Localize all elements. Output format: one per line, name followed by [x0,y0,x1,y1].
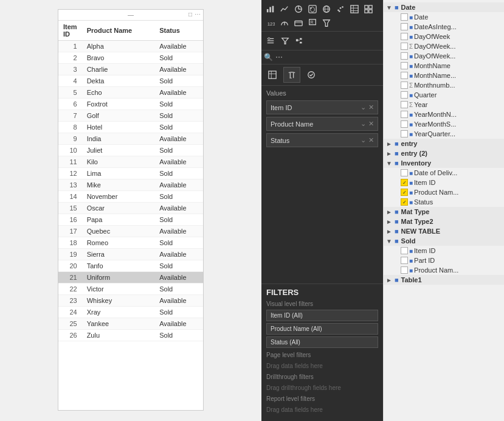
cell-status: Available [154,295,203,307]
checkbox-unchecked[interactable] [401,120,408,128]
tree-item-product-nam...[interactable]: ✓ ■ Product Nam... [384,187,504,197]
dropdown-icon[interactable]: ⌄ [361,103,366,111]
filter2-icon[interactable] [278,34,292,47]
search-icon[interactable]: 🔍 [264,53,273,61]
group-header-table1[interactable]: ► ■ Table1 [384,275,504,285]
tree-item-dayofweek[interactable]: ■ DayOfWeek [384,32,504,41]
remove-field-icon-3[interactable]: ✕ [368,136,374,144]
globe-icon[interactable] [320,2,333,16]
tree-item-part-id[interactable]: ■ Part ID [384,256,504,265]
tree-item-yearmonthn...[interactable]: ■ YearMonthN... [384,110,504,119]
table-icon-tb[interactable] [348,2,361,16]
matrix-icon[interactable] [362,2,375,16]
remove-field-icon-2[interactable]: ✕ [368,120,374,128]
pie-chart-icon[interactable] [292,2,305,16]
group-header-entry[interactable]: ► ■ entry [384,139,504,148]
report-drag-area: Drag data fields here [266,405,378,415]
checkbox-unchecked[interactable] [401,169,408,176]
checkbox-unchecked[interactable] [401,130,408,137]
checkbox-unchecked[interactable] [401,247,408,254]
cell-status: Available [154,41,203,52]
toolbar-row-2 [261,32,383,50]
remove-field-icon[interactable]: ✕ [368,103,374,111]
tree-item-monthnumb...[interactable]: Σ Monthnumb... [384,80,504,90]
cell-name: Mike [82,179,155,191]
cell-status: Sold [154,191,203,203]
cell-name: Juliet [82,145,155,156]
cell-status: Sold [154,52,203,64]
tree-item-item-id[interactable]: ✓ ■ Item ID [384,178,504,187]
scatter-icon[interactable] [334,2,347,16]
field-item-id[interactable]: Item ID ⌄ ✕ [266,100,378,114]
svg-rect-0 [267,9,269,12]
tree-item-dayofweek...[interactable]: ■ DayOfWeek... [384,51,504,61]
tree-item-quarter[interactable]: ■ Quarter [384,90,504,100]
checkbox-unchecked[interactable] [401,33,408,40]
tree-item-dateasinteg...[interactable]: ■ DateAsInteg... [384,22,504,32]
group-expand-icon: ▼ [386,160,392,167]
checkbox-unchecked[interactable] [401,72,408,79]
tree-item-status[interactable]: ✓ ■ Status [384,197,504,207]
more-icon[interactable]: ⋯ [275,53,284,61]
group-header-date[interactable]: ▼ ■ Date [384,2,504,12]
checkbox-unchecked[interactable] [401,52,408,60]
field-status[interactable]: Status ⌄ ✕ [266,133,378,147]
field-product-name[interactable]: Product Name ⌄ ✕ [266,117,378,131]
filter-product-name[interactable]: Product Name (All) [266,323,378,335]
group-expand-icon: ► [386,141,392,147]
tree-item-monthname...[interactable]: ■ MonthName... [384,71,504,80]
group-header-new-table[interactable]: ► ■ NEW TABLE [384,226,504,236]
checkbox-unchecked[interactable] [401,257,408,264]
group-header-mat-type[interactable]: ► ■ Mat Type [384,207,504,217]
group-header-mat-type2[interactable]: ► ■ Mat Type2 [384,217,504,226]
checkbox-unchecked[interactable] [401,111,408,118]
more-options-icon[interactable]: ⋯ [195,11,201,18]
map-icon[interactable] [306,2,319,16]
checkbox-unchecked[interactable] [401,13,408,21]
tree-item-date-of-deliv...[interactable]: ■ Date of Deliv... [384,168,504,178]
group-header-inventory[interactable]: ▼ ■ Inventory [384,158,504,168]
page-level-label: Page level filters [266,352,378,358]
tree-item-yearquarter...[interactable]: ■ YearQuarter... [384,129,504,139]
tree-item-product-nam...[interactable]: ■ Product Nam... [384,265,504,275]
dropdown-icon-2[interactable]: ⌄ [361,120,366,128]
group-header-sold[interactable]: ▼ ■ Sold [384,236,504,246]
checkbox-checked[interactable]: ✓ [401,189,408,196]
checkbox-unchecked[interactable] [401,101,408,108]
checkbox-unchecked[interactable] [401,91,408,99]
tree-item-item-id[interactable]: ■ Item ID [384,246,504,256]
checkbox-unchecked[interactable] [401,82,408,89]
tree-item-yearmonths...[interactable]: ■ YearMonthS... [384,119,504,129]
checkbox-unchecked[interactable] [401,23,408,30]
tree-item-monthname[interactable]: ■ MonthName [384,61,504,71]
bar-chart-icon[interactable] [264,2,277,16]
field-status-label: Status [271,137,289,144]
fields-tab[interactable] [264,67,281,83]
cell-name: Golf [82,110,155,122]
format-tab[interactable] [283,67,300,83]
slicer-icon[interactable] [264,34,277,47]
filter-status[interactable]: Status (All) [266,336,378,348]
decomp-icon[interactable] [293,34,306,47]
dropdown-icon-3[interactable]: ⌄ [361,136,366,144]
checkbox-checked[interactable]: ✓ [401,179,408,186]
checkbox-unchecked[interactable] [401,62,408,69]
funnel-icon[interactable] [320,16,333,30]
line-chart-icon[interactable] [278,2,291,16]
table-row: 22 Victor Sold [58,284,203,295]
checkbox-checked[interactable]: ✓ [401,198,408,206]
card-icon[interactable] [292,16,305,30]
kpi-icon[interactable]: 123 [264,16,277,30]
tree-item-dayofweek...[interactable]: Σ DayOfWeek... [384,41,504,51]
ribbon-icon[interactable]: R [306,16,319,30]
tree-item-year[interactable]: Σ Year [384,100,504,110]
analytics-tab[interactable] [303,67,320,83]
filter-item-id[interactable]: Item ID (All) [266,310,378,321]
group-header-entry-(2)[interactable]: ► ■ entry (2) [384,148,504,158]
checkbox-unchecked[interactable] [401,43,408,50]
tree-item-date[interactable]: ■ Date [384,12,504,22]
checkbox-unchecked[interactable] [401,266,408,274]
gauge-icon[interactable] [278,16,291,30]
expand-icon[interactable]: □ [188,11,192,18]
table-row: 17 Quebec Available [58,226,203,237]
